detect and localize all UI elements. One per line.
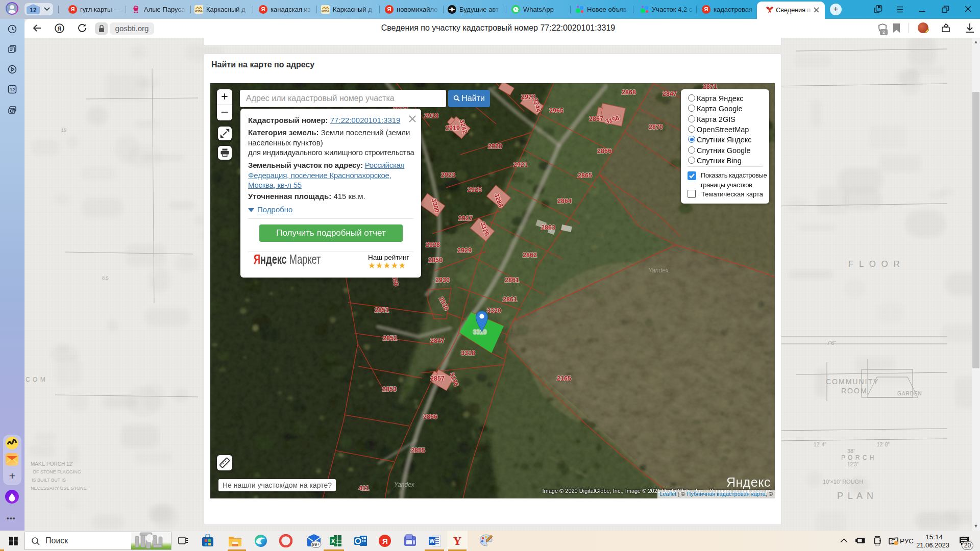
svg-text:Я: Я <box>382 537 388 545</box>
svg-text:Y: Y <box>453 535 462 547</box>
svg-text:12: 12 <box>10 87 15 92</box>
svg-text:99+: 99+ <box>312 542 320 547</box>
svg-text:X: X <box>331 538 335 545</box>
svg-text:ИЗБА: ИЗБА <box>195 10 203 13</box>
svg-text:W: W <box>429 538 435 544</box>
svg-text:ИЗБА: ИЗБА <box>322 10 329 13</box>
svg-text:R: R <box>57 26 61 32</box>
